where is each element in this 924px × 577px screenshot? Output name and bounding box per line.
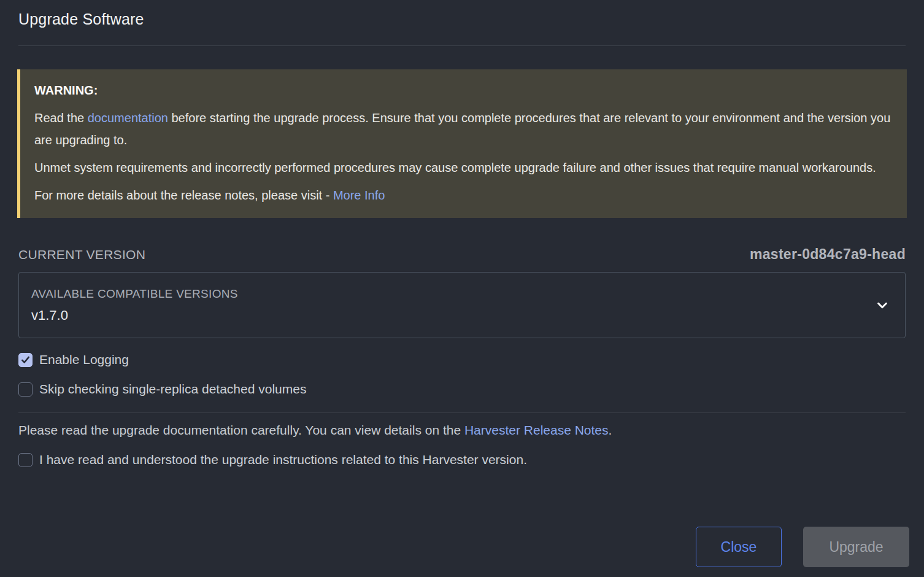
current-version-value: master-0d84c7a9-head — [750, 246, 906, 263]
confirm-read-checkbox[interactable] — [18, 453, 33, 467]
modal-header: Upgrade Software — [0, 0, 924, 28]
select-text: AVAILABLE COMPATIBLE VERSIONS v1.7.0 — [31, 287, 238, 323]
modal-footer: Close Upgrade — [18, 467, 909, 567]
warning-banner: WARNING: Read the documentation before s… — [17, 69, 907, 218]
warning-text: For more details about the release notes… — [34, 188, 333, 202]
checkmark-icon — [20, 355, 31, 365]
skip-single-replica-checkbox[interactable] — [18, 382, 33, 397]
available-versions-select[interactable]: AVAILABLE COMPATIBLE VERSIONS v1.7.0 — [18, 272, 906, 338]
warning-label: WARNING: — [34, 79, 891, 101]
warning-text: Read the — [34, 111, 88, 125]
page-title: Upgrade Software — [18, 10, 906, 28]
warning-paragraph-1: Read the documentation before starting t… — [34, 107, 891, 151]
upgrade-software-modal: Upgrade Software WARNING: Read the docum… — [0, 0, 924, 577]
warning-paragraph-3: For more details about the release notes… — [34, 184, 891, 206]
current-version-label: CURRENT VERSION — [18, 247, 145, 262]
harvester-release-notes-link[interactable]: Harvester Release Notes — [464, 423, 609, 437]
enable-logging-checkbox[interactable] — [18, 353, 33, 367]
select-label: AVAILABLE COMPATIBLE VERSIONS — [31, 287, 238, 301]
section-divider — [18, 412, 906, 413]
chevron-down-icon — [876, 298, 889, 312]
warning-paragraph-2: Unmet system requirements and incorrectl… — [34, 157, 891, 179]
confirm-read-row[interactable]: I have read and understood the upgrade i… — [18, 452, 906, 467]
notice-text: Please read the upgrade documentation ca… — [18, 423, 464, 437]
release-notes-notice: Please read the upgrade documentation ca… — [18, 421, 906, 440]
confirm-read-label[interactable]: I have read and understood the upgrade i… — [39, 452, 527, 467]
upgrade-button[interactable]: Upgrade — [803, 527, 909, 567]
skip-single-replica-row[interactable]: Skip checking single-replica detached vo… — [18, 382, 906, 397]
enable-logging-row[interactable]: Enable Logging — [18, 352, 906, 367]
documentation-link[interactable]: documentation — [88, 111, 168, 125]
skip-single-replica-label[interactable]: Skip checking single-replica detached vo… — [39, 382, 306, 397]
selected-version-value: v1.7.0 — [31, 308, 238, 323]
notice-text: . — [609, 423, 612, 437]
enable-logging-label[interactable]: Enable Logging — [39, 352, 129, 367]
header-divider — [18, 45, 906, 46]
close-button[interactable]: Close — [696, 527, 782, 567]
current-version-row: CURRENT VERSION master-0d84c7a9-head — [18, 246, 906, 263]
more-info-link[interactable]: More Info — [333, 188, 385, 202]
